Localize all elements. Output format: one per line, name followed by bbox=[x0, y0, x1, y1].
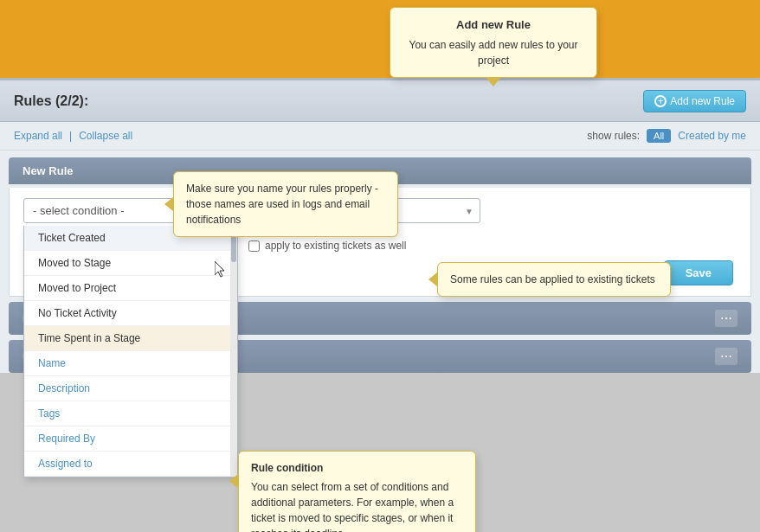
dropdown-item-tags[interactable]: Tags bbox=[24, 401, 237, 426]
rules-header: Rules (2/2): + Add new Rule bbox=[0, 80, 760, 122]
condition-tooltip: Rule condition You can select from a set… bbox=[238, 451, 476, 532]
dropdown-item-moved-to-project[interactable]: Moved to Project bbox=[24, 276, 237, 301]
rules-title: Rules (2/2): bbox=[14, 93, 88, 109]
dropdown-item-required-by[interactable]: Required By bbox=[24, 426, 237, 452]
show-rules-label: show rules: bbox=[587, 130, 640, 142]
expand-collapse-group: Expand all | Collapse all bbox=[14, 130, 132, 142]
condition-tooltip-title: Rule condition bbox=[251, 460, 463, 476]
main-panel: Rules (2/2): + Add new Rule Make sure yo… bbox=[0, 78, 760, 373]
rule-2-dots-button[interactable]: ⋯ bbox=[715, 348, 737, 365]
expand-all-link[interactable]: Expand all bbox=[14, 130, 62, 142]
add-rule-tooltip: Add new Rule You can easily add new rule… bbox=[390, 7, 597, 78]
apply-existing-checkbox[interactable] bbox=[248, 240, 260, 252]
naming-tooltip: Make sure you name your rules properly -… bbox=[173, 171, 398, 237]
dropdown-scrollbar[interactable] bbox=[230, 226, 237, 477]
dropdown-item-time-spent[interactable]: Time Spent in a Stage bbox=[24, 326, 237, 351]
add-rule-tooltip-body: You can easily add new rules to your pro… bbox=[403, 37, 584, 68]
top-bar: Add new Rule You can easily add new rule… bbox=[0, 0, 760, 78]
applied-tooltip-body: Some rules can be applied to existing ti… bbox=[450, 272, 658, 287]
checkbox-row: apply to existing tickets as well bbox=[248, 240, 737, 252]
add-rule-tooltip-title: Add new Rule bbox=[403, 16, 584, 34]
toolbar-row: Expand all | Collapse all show rules: Al… bbox=[0, 122, 760, 151]
save-button[interactable]: Save bbox=[664, 260, 733, 285]
dropdown-item-description[interactable]: Description bbox=[24, 376, 237, 401]
naming-tooltip-body: Make sure you name your rules properly -… bbox=[186, 181, 385, 228]
apply-existing-label: apply to existing tickets as well bbox=[265, 240, 406, 252]
rule-1-dots-button[interactable]: ⋯ bbox=[715, 310, 737, 327]
plus-circle-icon: + bbox=[654, 95, 667, 107]
applied-tooltip: Some rules can be applied to existing ti… bbox=[437, 262, 671, 297]
add-new-rule-label: Add new Rule bbox=[670, 95, 735, 107]
dropdown-item-moved-to-stage[interactable]: Moved to Stage bbox=[24, 251, 237, 276]
all-toggle[interactable]: All bbox=[647, 129, 671, 143]
show-rules-area: show rules: All Created by me bbox=[587, 129, 746, 143]
dropdown-item-no-ticket-activity[interactable]: No Ticket Activity bbox=[24, 301, 237, 326]
collapse-all-link[interactable]: Collapse all bbox=[79, 130, 132, 142]
created-by-me-toggle[interactable]: Created by me bbox=[678, 130, 746, 142]
dropdown-item-name[interactable]: Name bbox=[24, 351, 237, 376]
condition-tooltip-body: You can select from a set of conditions … bbox=[251, 479, 463, 532]
add-new-rule-button[interactable]: + Add new Rule bbox=[643, 90, 746, 112]
new-rule-label: New Rule bbox=[23, 164, 74, 177]
separator: | bbox=[69, 130, 72, 142]
dropdown-list: Ticket Created Moved to Stage Moved to P… bbox=[23, 226, 238, 478]
dropdown-item-assigned-to[interactable]: Assigned to bbox=[24, 452, 237, 477]
